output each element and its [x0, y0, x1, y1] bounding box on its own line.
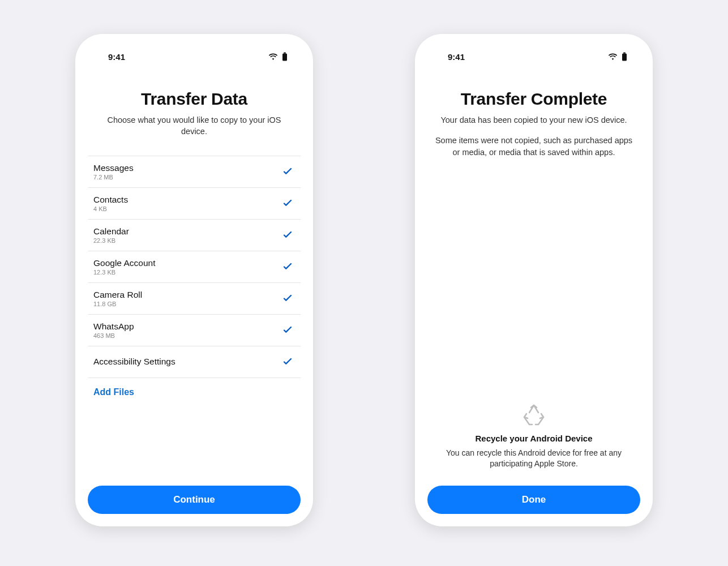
- battery-icon: [621, 52, 628, 62]
- status-bar: 9:41: [427, 50, 640, 63]
- status-bar: 9:41: [88, 50, 301, 63]
- svg-rect-3: [623, 52, 626, 53]
- battery-icon: [281, 52, 288, 62]
- checkmark-icon: [282, 293, 293, 303]
- screen-subtitle: Choose what you would like to copy to yo…: [93, 114, 295, 138]
- footer: Continue: [88, 480, 301, 514]
- checkmark-icon: [282, 166, 293, 177]
- item-size: 7.2 MB: [93, 174, 134, 181]
- checkmark-icon: [282, 198, 293, 208]
- status-icons: [268, 52, 288, 62]
- item-size: 22.3 KB: [93, 237, 129, 244]
- screen-header: Transfer Data Choose what you would like…: [88, 63, 301, 149]
- list-item-whatsapp[interactable]: WhatsApp 463 MB: [88, 315, 301, 346]
- done-button[interactable]: Done: [427, 486, 640, 514]
- checkmark-icon: [282, 357, 293, 367]
- continue-button[interactable]: Continue: [88, 486, 301, 514]
- checkmark-icon: [282, 230, 293, 240]
- checkmark-icon: [282, 325, 293, 335]
- item-label: Accessibility Settings: [93, 357, 175, 367]
- item-label: Calendar: [93, 226, 129, 237]
- item-size: 4 KB: [93, 205, 128, 212]
- phone-transfer-data: 9:41 Transfer Data Choose what you would…: [75, 34, 313, 526]
- list-item-camera-roll[interactable]: Camera Roll 11.8 GB: [88, 283, 301, 315]
- transfer-list: Messages 7.2 MB Contacts 4 KB Calendar 2…: [88, 156, 301, 378]
- item-size: 12.3 KB: [93, 269, 155, 276]
- item-label: WhatsApp: [93, 321, 134, 332]
- svg-rect-2: [622, 53, 627, 61]
- item-label: Contacts: [93, 195, 128, 205]
- list-item-calendar[interactable]: Calendar 22.3 KB: [88, 220, 301, 251]
- screen-subtitle-2: Some items were not copied, such as purc…: [433, 135, 635, 158]
- item-label: Messages: [93, 163, 134, 173]
- wifi-icon: [608, 53, 618, 61]
- phone-transfer-complete: 9:41 Transfer Complete Your data has bee…: [415, 34, 653, 526]
- footer: Done: [427, 480, 640, 514]
- screen-title: Transfer Data: [93, 89, 295, 109]
- add-files-link[interactable]: Add Files: [88, 378, 301, 402]
- item-label: Camera Roll: [93, 290, 142, 300]
- screen-header: Transfer Complete Your data has been cop…: [427, 63, 640, 169]
- screen-title: Transfer Complete: [433, 89, 635, 109]
- item-label: Google Account: [93, 258, 155, 268]
- item-size: 463 MB: [93, 332, 134, 339]
- status-time: 9:41: [448, 52, 465, 62]
- item-size: 11.8 GB: [93, 301, 142, 307]
- list-item-accessibility[interactable]: Accessibility Settings: [88, 346, 301, 378]
- list-item-contacts[interactable]: Contacts 4 KB: [88, 188, 301, 220]
- list-item-messages[interactable]: Messages 7.2 MB: [88, 156, 301, 188]
- status-icons: [608, 52, 628, 62]
- recycle-icon: [436, 404, 631, 428]
- screen-subtitle-1: Your data has been copied to your new iO…: [433, 114, 635, 126]
- recycle-description: You can recycle this Android device for …: [436, 448, 631, 470]
- wifi-icon: [268, 53, 278, 61]
- status-time: 9:41: [108, 52, 125, 62]
- recycle-block: Recycle your Android Device You can recy…: [427, 404, 640, 470]
- svg-rect-0: [282, 53, 287, 61]
- list-item-google-account[interactable]: Google Account 12.3 KB: [88, 251, 301, 283]
- checkmark-icon: [282, 261, 293, 272]
- svg-rect-1: [284, 52, 286, 53]
- recycle-title: Recycle your Android Device: [436, 434, 631, 443]
